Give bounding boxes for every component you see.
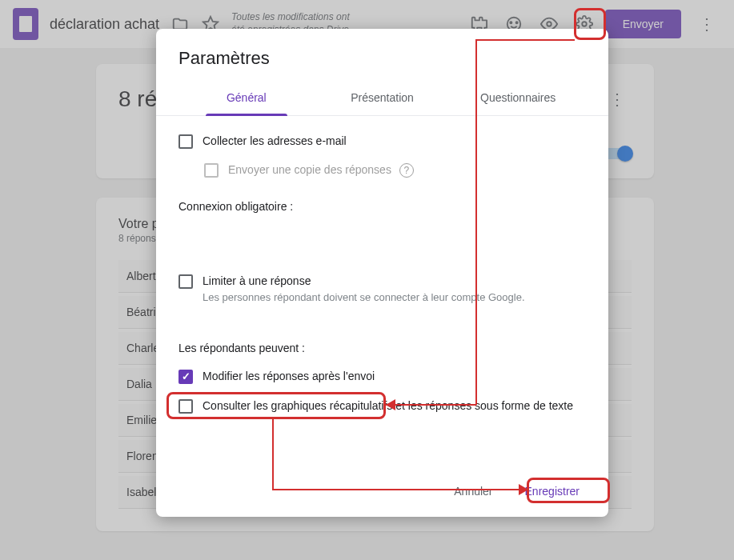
edit-after-checkbox[interactable] bbox=[178, 370, 193, 384]
view-summary-label: Consulter les graphiques récapitulatifs … bbox=[203, 398, 573, 414]
send-copy-label: Envoyer une copie des réponses ? bbox=[228, 162, 414, 178]
save-button[interactable]: Enregistrer bbox=[519, 480, 586, 502]
limit-one-subtext: Les personnes répondant doivent se conne… bbox=[203, 291, 525, 303]
modal-footer: Annuler Enregistrer bbox=[156, 469, 608, 517]
section-login-title: Connexion obligatoire : bbox=[178, 200, 586, 213]
modal-title: Paramètres bbox=[156, 29, 608, 80]
tab-presentation[interactable]: Présentation bbox=[315, 80, 451, 115]
collect-email-label: Collecter les adresses e-mail bbox=[203, 134, 347, 150]
modal-body: Collecter les adresses e-mail Envoyer un… bbox=[156, 116, 608, 469]
limit-one-checkbox[interactable] bbox=[178, 274, 193, 289]
settings-modal: Paramètres Général Présentation Question… bbox=[156, 29, 608, 517]
settings-tabs: Général Présentation Questionnaires bbox=[156, 80, 608, 116]
section-respondents-title: Les répondants peuvent : bbox=[178, 342, 586, 354]
tab-quizzes[interactable]: Questionnaires bbox=[450, 80, 586, 115]
collect-email-checkbox[interactable] bbox=[178, 134, 193, 149]
limit-one-label: Limiter à une réponse bbox=[203, 274, 525, 290]
tab-general[interactable]: Général bbox=[178, 80, 315, 115]
cancel-button[interactable]: Annuler bbox=[447, 480, 499, 502]
help-icon[interactable]: ? bbox=[399, 163, 414, 178]
view-summary-checkbox[interactable] bbox=[178, 399, 193, 414]
send-copy-checkbox bbox=[204, 163, 219, 178]
edit-after-label: Modifier les réponses après l'envoi bbox=[203, 369, 375, 385]
